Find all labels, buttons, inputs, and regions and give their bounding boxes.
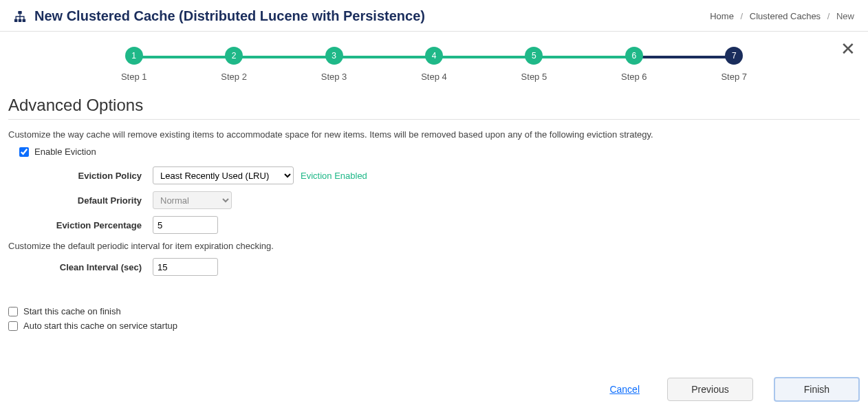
- step-label: Step 5: [521, 72, 547, 82]
- header-left: New Clustered Cache (Distributed Lucene …: [14, 8, 425, 24]
- default-priority-row: Default Priority Normal: [8, 191, 860, 209]
- step-line: [134, 56, 234, 58]
- step-label: Step 3: [321, 72, 347, 82]
- auto-start-label: Auto start this cache on service startup: [23, 321, 177, 331]
- eviction-policy-row: Eviction Policy Least Recently Used (LRU…: [8, 166, 860, 184]
- breadcrumb-caches[interactable]: Clustered Caches: [750, 11, 821, 21]
- stepper: 1 Step 1 2 Step 2 3 Step 3 4 Step 4 5 St…: [8, 40, 860, 90]
- start-on-finish-row: Start this cache on finish: [8, 306, 860, 316]
- start-on-finish-label: Start this cache on finish: [23, 306, 121, 316]
- eviction-policy-label: Eviction Policy: [8, 171, 153, 181]
- step-3: 3 Step 3: [284, 47, 384, 82]
- eviction-percentage-label: Eviction Percentage: [8, 220, 153, 230]
- section-title: Advanced Options: [8, 96, 860, 115]
- step-label: Step 2: [221, 72, 247, 82]
- step-label: Step 6: [621, 72, 647, 82]
- breadcrumb: Home / Clustered Caches / New: [710, 11, 854, 21]
- step-4: 4 Step 4: [384, 47, 484, 82]
- svg-rect-1: [14, 19, 18, 22]
- auto-start-row: Auto start this cache on service startup: [8, 321, 860, 331]
- clean-interval-input[interactable]: [153, 258, 218, 276]
- step-line: [534, 56, 633, 58]
- header-bar: New Clustered Cache (Distributed Lucene …: [0, 0, 868, 32]
- svg-rect-3: [23, 19, 26, 22]
- breadcrumb-current: New: [836, 11, 854, 21]
- step-line: [434, 56, 534, 58]
- eviction-percentage-input[interactable]: [153, 216, 218, 234]
- default-priority-label: Default Priority: [8, 195, 153, 206]
- page-title: New Clustered Cache (Distributed Lucene …: [34, 8, 425, 24]
- step-label: Step 4: [421, 72, 447, 82]
- step-line: [334, 56, 434, 58]
- step-circle[interactable]: 7: [725, 47, 743, 65]
- start-on-finish-checkbox[interactable]: [8, 307, 18, 316]
- step-circle[interactable]: 3: [325, 47, 343, 65]
- svg-rect-2: [19, 19, 22, 22]
- eviction-description: Customize the way cache will remove exis…: [8, 129, 860, 140]
- svg-rect-0: [18, 10, 21, 14]
- sitemap-icon: [14, 10, 26, 23]
- previous-button[interactable]: Previous: [667, 378, 753, 401]
- clean-interval-row: Clean Interval (sec): [8, 258, 860, 276]
- breadcrumb-separator: /: [741, 11, 744, 21]
- step-circle[interactable]: 2: [225, 47, 243, 65]
- step-label: Step 7: [721, 72, 747, 82]
- footer-bar: Cancel Previous Finish: [0, 370, 868, 410]
- modal-content: ✕ 1 Step 1 2 Step 2 3 Step 3 4 Step 4 5 …: [0, 32, 868, 343]
- auto-start-checkbox[interactable]: [8, 321, 18, 331]
- step-1: 1 Step 1: [84, 47, 184, 82]
- eviction-percentage-row: Eviction Percentage: [8, 216, 860, 234]
- clean-description: Customize the default periodic interval …: [8, 241, 860, 251]
- eviction-status: Eviction Enabled: [301, 171, 367, 181]
- step-circle[interactable]: 6: [625, 47, 643, 65]
- enable-eviction-label: Enable Eviction: [34, 147, 96, 157]
- breadcrumb-home[interactable]: Home: [710, 11, 734, 21]
- enable-eviction-row: Enable Eviction: [8, 147, 860, 157]
- step-label: Step 1: [121, 72, 147, 82]
- step-circle[interactable]: 1: [125, 47, 143, 65]
- step-5: 5 Step 5: [484, 47, 584, 82]
- breadcrumb-separator: /: [827, 11, 830, 21]
- step-7: 7 Step 7: [684, 47, 784, 82]
- step-2: 2 Step 2: [184, 47, 283, 82]
- step-6: 6 Step 6: [584, 47, 684, 82]
- clean-interval-label: Clean Interval (sec): [8, 262, 153, 272]
- default-priority-select: Normal: [153, 191, 232, 209]
- step-circle[interactable]: 5: [525, 47, 543, 65]
- step-circle[interactable]: 4: [425, 47, 443, 65]
- enable-eviction-checkbox[interactable]: [19, 147, 29, 157]
- cancel-button[interactable]: Cancel: [609, 384, 640, 395]
- eviction-policy-select[interactable]: Least Recently Used (LRU): [153, 166, 294, 184]
- finish-button[interactable]: Finish: [774, 377, 860, 402]
- step-line: [234, 56, 334, 58]
- step-line: [634, 56, 734, 58]
- divider: [8, 119, 860, 120]
